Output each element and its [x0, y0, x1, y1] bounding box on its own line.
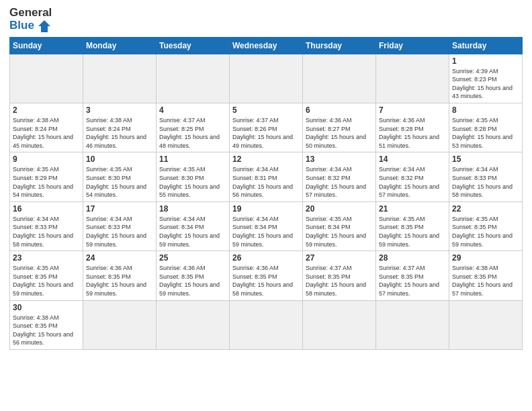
calendar-day-cell: 6Sunrise: 4:36 AMSunset: 8:27 PMDaylight…: [303, 103, 376, 152]
calendar-day-cell: [376, 300, 449, 349]
calendar-day-cell: [83, 300, 157, 349]
day-number: 25: [159, 253, 226, 263]
day-info: Sunrise: 4:34 AMSunset: 8:33 PMDaylight:…: [452, 165, 519, 199]
day-info: Sunrise: 4:39 AMSunset: 8:23 PMDaylight:…: [452, 67, 519, 101]
calendar-day-cell: [449, 300, 523, 349]
day-number: 19: [232, 204, 300, 214]
day-info: Sunrise: 4:36 AMSunset: 8:35 PMDaylight:…: [159, 264, 226, 298]
day-info: Sunrise: 4:34 AMSunset: 8:34 PMDaylight:…: [232, 215, 300, 248]
calendar-day-cell: 2Sunrise: 4:38 AMSunset: 8:24 PMDaylight…: [10, 103, 83, 152]
calendar-day-cell: 8Sunrise: 4:35 AMSunset: 8:28 PMDaylight…: [449, 103, 523, 152]
day-info: Sunrise: 4:35 AMSunset: 8:29 PMDaylight:…: [13, 165, 80, 199]
calendar-table: SundayMondayTuesdayWednesdayThursdayFrid…: [9, 37, 523, 350]
day-info: Sunrise: 4:34 AMSunset: 8:32 PMDaylight:…: [306, 165, 373, 199]
calendar-day-cell: 22Sunrise: 4:35 AMSunset: 8:35 PMDayligh…: [449, 201, 523, 250]
day-number: 7: [379, 105, 446, 115]
calendar-day-cell: 3Sunrise: 4:38 AMSunset: 8:24 PMDaylight…: [83, 103, 157, 152]
calendar-day-cell: 12Sunrise: 4:34 AMSunset: 8:31 PMDayligh…: [230, 152, 303, 201]
calendar-day-cell: 30Sunrise: 4:38 AMSunset: 8:35 PMDayligh…: [10, 300, 83, 349]
day-number: 18: [159, 204, 226, 214]
calendar-day-cell: 18Sunrise: 4:34 AMSunset: 8:34 PMDayligh…: [157, 201, 230, 250]
day-info: Sunrise: 4:38 AMSunset: 8:24 PMDaylight:…: [13, 116, 80, 150]
day-number: 4: [159, 105, 226, 115]
calendar-day-header: Friday: [376, 37, 449, 54]
calendar-day-header: Tuesday: [157, 37, 230, 54]
day-info: Sunrise: 4:36 AMSunset: 8:35 PMDaylight:…: [232, 264, 300, 298]
calendar-week-row: 1Sunrise: 4:39 AMSunset: 8:23 PMDaylight…: [10, 54, 523, 103]
page: General Blue SundayMondayTuesdayWednesda…: [0, 0, 532, 411]
day-number: 15: [452, 154, 519, 164]
day-number: 10: [86, 154, 153, 164]
calendar-day-header: Sunday: [10, 37, 83, 54]
calendar-day-cell: 4Sunrise: 4:37 AMSunset: 8:25 PMDaylight…: [157, 103, 230, 152]
day-info: Sunrise: 4:35 AMSunset: 8:28 PMDaylight:…: [452, 116, 519, 150]
calendar-day-cell: [230, 300, 303, 349]
day-info: Sunrise: 4:36 AMSunset: 8:35 PMDaylight:…: [86, 264, 153, 298]
calendar-day-cell: [230, 54, 303, 103]
day-number: 2: [13, 105, 80, 115]
calendar-week-row: 2Sunrise: 4:38 AMSunset: 8:24 PMDaylight…: [10, 103, 523, 152]
day-info: Sunrise: 4:35 AMSunset: 8:35 PMDaylight:…: [379, 215, 446, 248]
day-number: 13: [306, 154, 373, 164]
day-number: 29: [452, 253, 519, 263]
day-number: 23: [13, 253, 80, 263]
day-number: 28: [379, 253, 446, 263]
svg-marker-0: [38, 20, 50, 32]
day-number: 5: [232, 105, 300, 115]
day-number: 16: [13, 204, 80, 214]
day-info: Sunrise: 4:38 AMSunset: 8:35 PMDaylight:…: [452, 264, 519, 298]
calendar-day-cell: 1Sunrise: 4:39 AMSunset: 8:23 PMDaylight…: [449, 54, 523, 103]
logo: General Blue: [9, 7, 52, 33]
calendar-day-header: Monday: [83, 37, 157, 54]
calendar-day-cell: [10, 54, 83, 103]
calendar-day-cell: 23Sunrise: 4:35 AMSunset: 8:35 PMDayligh…: [10, 251, 83, 300]
calendar-day-cell: 25Sunrise: 4:36 AMSunset: 8:35 PMDayligh…: [157, 251, 230, 300]
calendar-day-cell: [157, 54, 230, 103]
day-number: 3: [86, 105, 153, 115]
calendar-day-cell: 19Sunrise: 4:34 AMSunset: 8:34 PMDayligh…: [230, 201, 303, 250]
day-number: 9: [13, 154, 80, 164]
day-number: 14: [379, 154, 446, 164]
day-number: 22: [452, 204, 519, 214]
calendar-day-cell: 20Sunrise: 4:35 AMSunset: 8:34 PMDayligh…: [303, 201, 376, 250]
calendar-day-cell: 15Sunrise: 4:34 AMSunset: 8:33 PMDayligh…: [449, 152, 523, 201]
day-info: Sunrise: 4:34 AMSunset: 8:34 PMDaylight:…: [159, 215, 226, 248]
day-info: Sunrise: 4:35 AMSunset: 8:35 PMDaylight:…: [452, 215, 519, 248]
calendar-day-header: Saturday: [449, 37, 523, 54]
day-info: Sunrise: 4:38 AMSunset: 8:35 PMDaylight:…: [13, 314, 80, 347]
calendar-week-row: 9Sunrise: 4:35 AMSunset: 8:29 PMDaylight…: [10, 152, 523, 201]
calendar-day-cell: 27Sunrise: 4:37 AMSunset: 8:35 PMDayligh…: [303, 251, 376, 300]
logo-container: General Blue: [9, 7, 52, 33]
calendar-day-cell: 5Sunrise: 4:37 AMSunset: 8:26 PMDaylight…: [230, 103, 303, 152]
day-number: 26: [232, 253, 300, 263]
calendar-day-cell: 16Sunrise: 4:34 AMSunset: 8:33 PMDayligh…: [10, 201, 83, 250]
calendar-day-header: Wednesday: [230, 37, 303, 54]
calendar-day-cell: [157, 300, 230, 349]
calendar-day-cell: [83, 54, 157, 103]
day-info: Sunrise: 4:35 AMSunset: 8:34 PMDaylight:…: [306, 215, 373, 248]
calendar-week-row: 23Sunrise: 4:35 AMSunset: 8:35 PMDayligh…: [10, 251, 523, 300]
header: General Blue: [9, 7, 523, 33]
day-info: Sunrise: 4:35 AMSunset: 8:35 PMDaylight:…: [13, 264, 80, 298]
logo-general-text: General: [9, 7, 52, 19]
calendar-day-cell: [303, 54, 376, 103]
logo-blue-text: Blue: [9, 19, 52, 33]
calendar-day-cell: 7Sunrise: 4:36 AMSunset: 8:28 PMDaylight…: [376, 103, 449, 152]
day-number: 24: [86, 253, 153, 263]
day-info: Sunrise: 4:38 AMSunset: 8:24 PMDaylight:…: [86, 116, 153, 150]
day-info: Sunrise: 4:34 AMSunset: 8:31 PMDaylight:…: [232, 165, 300, 199]
calendar-day-cell: 17Sunrise: 4:34 AMSunset: 8:33 PMDayligh…: [83, 201, 157, 250]
day-info: Sunrise: 4:35 AMSunset: 8:30 PMDaylight:…: [159, 165, 226, 199]
calendar-week-row: 16Sunrise: 4:34 AMSunset: 8:33 PMDayligh…: [10, 201, 523, 250]
day-number: 1: [452, 56, 519, 66]
day-info: Sunrise: 4:37 AMSunset: 8:35 PMDaylight:…: [306, 264, 373, 298]
day-number: 8: [452, 105, 519, 115]
day-info: Sunrise: 4:36 AMSunset: 8:28 PMDaylight:…: [379, 116, 446, 150]
day-info: Sunrise: 4:34 AMSunset: 8:33 PMDaylight:…: [13, 215, 80, 248]
day-info: Sunrise: 4:36 AMSunset: 8:27 PMDaylight:…: [306, 116, 373, 150]
calendar-day-cell: 29Sunrise: 4:38 AMSunset: 8:35 PMDayligh…: [449, 251, 523, 300]
day-number: 11: [159, 154, 226, 164]
day-number: 12: [232, 154, 300, 164]
calendar-day-header: Thursday: [303, 37, 376, 54]
calendar-day-cell: 9Sunrise: 4:35 AMSunset: 8:29 PMDaylight…: [10, 152, 83, 201]
